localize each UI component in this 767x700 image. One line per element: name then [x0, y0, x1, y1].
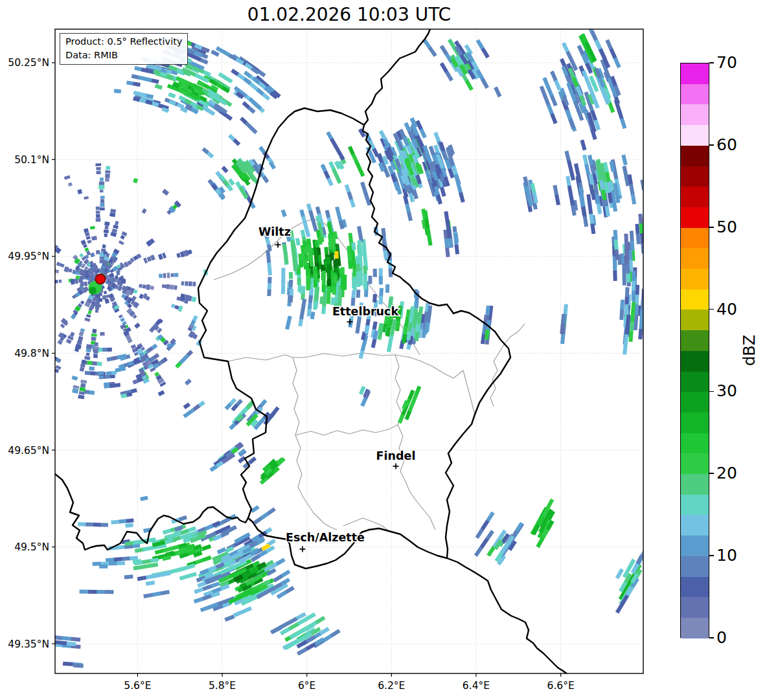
echo-cell: [74, 279, 78, 284]
echo-cell: [341, 282, 345, 289]
echo-cell: [105, 177, 109, 182]
echo-cell: [481, 78, 489, 89]
clutter-blob-core: [89, 287, 97, 295]
echo-cell: [144, 77, 152, 82]
echo-cell: [179, 574, 189, 581]
echo-cell: [52, 635, 62, 640]
echo-cell: [95, 343, 98, 346]
echo-cell: [72, 376, 78, 381]
echo-cell: [62, 636, 71, 640]
echo-cell: [631, 194, 637, 205]
echo-cell: [306, 282, 310, 289]
colorbar-segment: [681, 474, 709, 495]
echo-cell: [111, 520, 119, 525]
colorbar-segment: [681, 125, 709, 146]
echo-cell: [38, 183, 45, 190]
echo-cell: [268, 283, 271, 289]
echo-cell: [270, 626, 281, 635]
echo-cell: [289, 272, 293, 279]
echo-cell: [163, 273, 166, 278]
echo-cell: [84, 317, 90, 322]
echo-cell: [314, 293, 319, 301]
echo-cell: [40, 232, 46, 238]
echo-cell: [34, 177, 41, 183]
echo-cell: [104, 221, 109, 226]
echo-cell: [47, 240, 52, 247]
echo-cell: [326, 177, 334, 186]
colorbar-segment: [681, 330, 709, 351]
echo-cell: [626, 272, 630, 282]
echo-cell: [623, 344, 628, 355]
echo-cell: [142, 284, 146, 289]
colorbar-segment: [681, 310, 709, 330]
colorbar-tick: [709, 309, 714, 310]
echo-cell: [356, 271, 360, 280]
echo-cell: [117, 561, 125, 565]
echo-cell: [335, 243, 339, 251]
echo-cell: [553, 185, 558, 196]
echo-cell: [80, 278, 83, 282]
echo-cell: [29, 272, 32, 278]
echo-cell: [122, 279, 126, 284]
echo-cell: [34, 332, 40, 337]
echo-cell: [41, 244, 46, 250]
echo-cell: [86, 523, 93, 526]
echo-cell: [93, 350, 98, 354]
echo-cell: [445, 247, 450, 257]
colorbar-segment: [681, 186, 709, 207]
echo-cell: [134, 66, 142, 71]
y-tick-label: 49.95°N: [8, 251, 49, 262]
echo-cell: [322, 278, 326, 286]
echo-cell: [550, 95, 558, 106]
echo-cell: [132, 74, 139, 79]
echo-cell: [314, 266, 317, 273]
echo-cell: [103, 291, 107, 295]
colorbar-tick: [709, 473, 714, 474]
echo-cell: [194, 597, 203, 604]
echo-cell: [440, 186, 446, 197]
echo-cell: [355, 325, 360, 333]
echo-cell: [638, 214, 643, 224]
echo-cell: [36, 181, 43, 187]
echo-cell: [33, 273, 36, 277]
echo-cell: [115, 383, 120, 387]
echo-cell: [267, 262, 271, 269]
echo-cell: [299, 209, 305, 217]
echo-cell: [135, 548, 144, 553]
echo-cell: [107, 348, 112, 352]
echo-cell: [34, 228, 38, 233]
echo-cell: [16, 361, 23, 368]
echo-cell: [314, 300, 318, 308]
echo-cell: [303, 223, 309, 231]
echo-cell: [614, 240, 619, 250]
echo-cell: [68, 268, 72, 273]
echo-cell: [78, 394, 84, 399]
echo-cell: [45, 284, 49, 289]
echo-cell: [68, 183, 73, 186]
echo-cell: [349, 199, 356, 208]
echo-cell: [116, 545, 124, 550]
echo-cell: [624, 234, 628, 244]
echo-cell: [379, 276, 383, 284]
echo-cell: [289, 280, 293, 287]
echo-cell: [91, 333, 97, 337]
colorbar-segment: [681, 453, 709, 474]
echo-cell: [334, 251, 339, 259]
echo-cell: [139, 284, 143, 288]
echo-cell: [624, 304, 629, 315]
echo-cell: [356, 256, 360, 264]
echo-cell: [268, 277, 271, 284]
echo-cell: [605, 40, 613, 51]
echo-cell: [99, 253, 104, 257]
echo-cell: [630, 311, 635, 322]
echo-cell: [96, 207, 100, 210]
colorbar-segment: [681, 536, 709, 556]
echo-cell: [281, 209, 287, 217]
echo-cell: [379, 296, 384, 304]
echo-cell: [322, 285, 326, 293]
echo-cell: [100, 196, 105, 198]
colorbar-tick-label: 0: [716, 628, 727, 647]
echo-cell: [71, 637, 80, 642]
echo-cell: [30, 171, 36, 177]
echo-cell: [550, 71, 558, 82]
